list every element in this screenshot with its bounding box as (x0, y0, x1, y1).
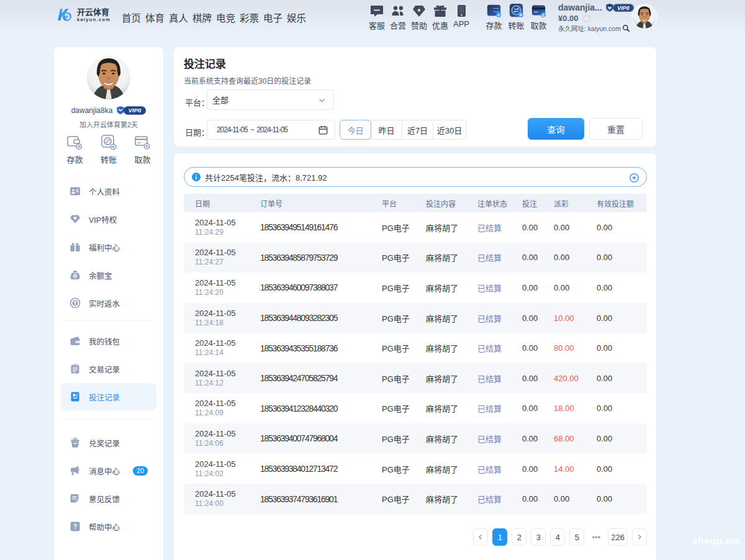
svg-text:?: ? (73, 523, 77, 530)
svg-text:VIP0: VIP0 (129, 107, 142, 114)
svg-text:VIP0: VIP0 (617, 4, 629, 11)
